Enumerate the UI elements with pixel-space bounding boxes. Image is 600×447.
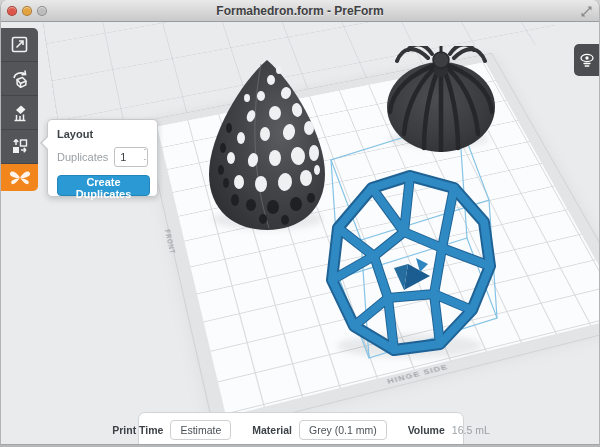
tool-orientation-button[interactable] [1, 62, 38, 96]
window-title: Formahedron.form - PreForm [1, 4, 599, 18]
spider-cage-model[interactable] [384, 46, 498, 152]
material-label: Material [252, 424, 292, 436]
tool-layout-button[interactable] [1, 130, 38, 164]
3d-viewport[interactable]: FRONT HINGE SIDE [1, 22, 599, 447]
voronoi-egg-model[interactable] [201, 58, 333, 232]
layout-popup: Layout Duplicates ˆ ˇ Create Duplicates [47, 119, 158, 197]
volume-label: Volume [408, 424, 445, 436]
eye-icon [579, 52, 595, 68]
estimate-button[interactable]: Estimate [170, 420, 231, 440]
supports-icon [10, 103, 30, 123]
printer-panel-tab[interactable] [574, 44, 599, 76]
popup-title: Layout [57, 128, 148, 140]
material-button[interactable]: Grey (0.1 mm) [299, 420, 387, 440]
preform-window: FRONT HINGE SIDE [0, 0, 600, 447]
title-bar: Formahedron.form - PreForm [1, 0, 599, 22]
formahedron-sphere-model[interactable] [324, 168, 496, 358]
spinner-down-icon[interactable]: ˇ [144, 158, 146, 166]
scale-icon [10, 35, 29, 54]
print-status-bar: Print Time Estimate Material Grey (0.1 m… [138, 412, 464, 447]
tool-supports-button[interactable] [1, 96, 38, 130]
tool-one-click-print-button[interactable] [1, 164, 38, 191]
fullscreen-arrows-icon[interactable] [580, 5, 593, 18]
print-time-label: Print Time [112, 424, 163, 436]
create-duplicates-button[interactable]: Create Duplicates [57, 175, 150, 196]
platform-front-label: FRONT [163, 229, 178, 255]
tool-size-button[interactable] [1, 28, 38, 62]
volume-value: 16.5 mL [452, 424, 490, 436]
rotate-icon [10, 69, 30, 89]
spinner-up-icon[interactable]: ˆ [144, 148, 146, 156]
duplicates-label: Duplicates [57, 151, 108, 163]
layout-icon [10, 137, 29, 156]
butterfly-icon [9, 169, 31, 186]
tool-sidebar [1, 28, 38, 191]
duplicates-stepper: ˆ ˇ [114, 147, 148, 167]
